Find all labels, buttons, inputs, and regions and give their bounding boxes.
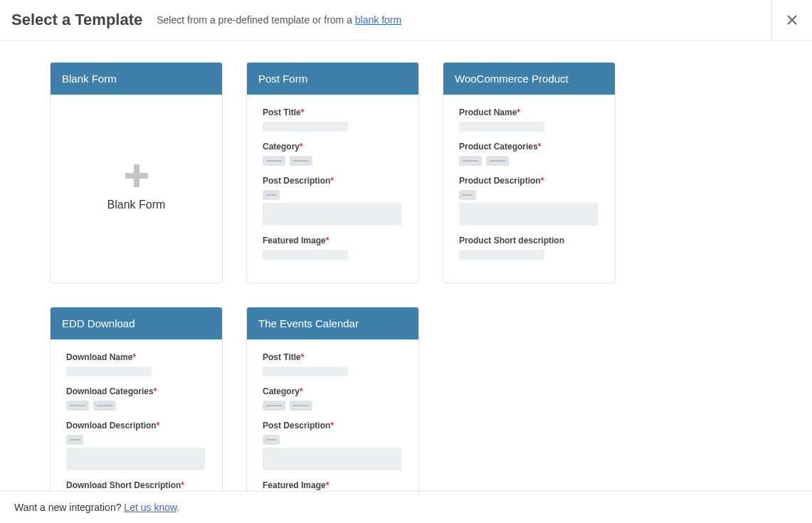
placeholder-input [66,366,152,376]
template-card[interactable]: EDD DownloadDownload Name*Download Categ… [50,307,223,493]
template-card-title: Blank Form [51,63,222,95]
field-group: Post Description* [263,421,403,470]
placeholder-tag [459,156,482,166]
required-asterisk: * [541,176,544,186]
field-label: Download Name* [66,352,206,362]
placeholder-tags [263,401,403,411]
placeholder-tag [290,156,312,166]
template-card[interactable]: WooCommerce ProductProduct Name*Product … [443,62,616,283]
required-asterisk: * [181,480,184,490]
placeholder-textarea [263,448,401,470]
field-group: Post Title* [263,352,403,376]
placeholder-tag [93,401,116,411]
svg-rect-3 [125,173,148,179]
required-asterisk: * [300,142,303,152]
template-card-title: EDD Download [51,307,222,339]
placeholder-toolbar [263,435,280,445]
close-icon [787,15,797,25]
field-label: Post Description* [263,176,403,186]
blank-form-label: Blank Form [107,199,166,211]
field-group: Post Title* [263,107,403,132]
required-asterisk: * [157,421,160,430]
placeholder-tag [66,401,89,411]
field-group: Download Name* [66,352,206,376]
field-label: Product Short description [459,236,599,245]
template-card-body: Product Name*Product Categories*Product … [443,95,615,282]
required-asterisk: * [300,386,303,396]
placeholder-tags [263,156,403,166]
required-asterisk: * [517,107,520,117]
field-label: Product Description* [459,176,599,186]
placeholder-input [459,250,544,260]
field-label: Featured Image* [263,236,403,245]
plus-icon [124,163,149,189]
field-label: Download Short Description* [66,480,206,490]
template-card-title: Post Form [247,63,418,95]
field-label: Post Title* [263,352,403,362]
page-title: Select a Template [11,11,142,29]
required-asterisk: * [132,352,136,362]
field-label: Category* [263,142,403,152]
modal-header: Select a Template Select from a pre-defi… [0,0,812,41]
required-asterisk: * [330,421,334,430]
placeholder-tags [459,156,599,166]
placeholder-input [459,122,544,132]
field-group: Category* [263,386,403,411]
field-group: Featured Image* [263,480,403,490]
placeholder-toolbar [66,435,83,445]
required-asterisk: * [326,236,329,245]
placeholder-textarea [66,448,205,470]
field-label: Post Description* [263,421,403,430]
field-label: Product Name* [459,107,599,117]
field-group: Product Description* [459,176,599,226]
template-card-title: The Events Calendar [247,307,418,339]
required-asterisk: * [330,176,334,186]
footer-text: Want a new integration? [14,502,124,513]
field-group: Download Short Description* [66,480,206,490]
template-card-body: Download Name*Download Categories*Downlo… [51,339,222,493]
field-group: Download Categories* [66,386,206,411]
field-label: Product Categories* [459,142,599,152]
placeholder-input [263,250,348,260]
required-asterisk: * [301,352,305,362]
blank-form-link[interactable]: blank form [355,14,401,26]
field-group: Post Description* [263,176,403,226]
template-card[interactable]: The Events CalendarPost Title*Category*P… [246,307,419,493]
footer-link[interactable]: Let us know [124,502,176,513]
field-label: Featured Image* [263,480,403,490]
required-asterisk: * [154,386,157,396]
field-group: Product Short description [459,236,599,260]
field-group: Download Description* [66,421,206,470]
templates-grid: Blank FormBlank FormPost FormPost Title*… [50,62,769,493]
placeholder-textarea [459,203,598,226]
template-card-title: WooCommerce Product [443,63,615,95]
field-label: Category* [263,386,403,396]
placeholder-input [263,122,348,132]
modal-footer: Want a new integration? Let us know. [0,491,812,523]
placeholder-tags [66,401,206,411]
template-card-body: Post Title*Category*Post Description*Fea… [247,95,418,282]
template-card[interactable]: Post FormPost Title*Category*Post Descri… [246,62,419,283]
placeholder-toolbar [263,190,280,200]
field-group: Product Categories* [459,142,599,166]
placeholder-tag [486,156,509,166]
subtitle-text: Select from a pre-defined template or fr… [157,14,355,26]
field-label: Post Title* [263,107,403,117]
template-card[interactable]: Blank FormBlank Form [50,62,223,283]
required-asterisk: * [538,142,542,152]
templates-scroll-area[interactable]: Blank FormBlank FormPost FormPost Title*… [0,41,812,493]
close-button[interactable] [771,0,812,40]
footer-suffix: . [176,502,179,513]
field-label: Download Description* [66,421,206,430]
template-card-body: Blank Form [51,95,222,280]
field-label: Download Categories* [66,386,206,396]
template-card-body: Post Title*Category*Post Description*Fea… [247,339,418,493]
page-subtitle: Select from a pre-defined template or fr… [157,14,401,26]
placeholder-textarea [263,203,401,226]
placeholder-tag [263,401,285,411]
field-group: Product Name* [459,107,599,132]
placeholder-tag [263,156,285,166]
placeholder-tag [290,401,312,411]
placeholder-toolbar [459,190,476,200]
required-asterisk: * [326,480,329,490]
